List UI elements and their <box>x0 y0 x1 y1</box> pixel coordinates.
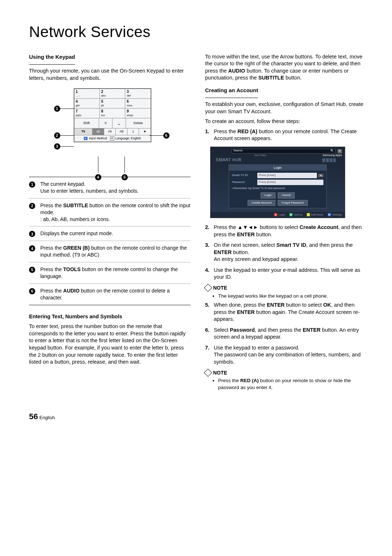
entering-text-paragraph: To enter text, press the number button o… <box>29 323 191 365</box>
step-num-7: 7. <box>205 344 214 366</box>
mode-ab-lower: ab <box>93 128 104 135</box>
mode-ab-upper: AB <box>116 128 127 135</box>
legend-num-6: 6 <box>29 288 35 294</box>
step-num-1: 1. <box>205 128 214 142</box>
id-label: Smart TV ID <box>232 173 257 177</box>
callout-2: 2 <box>54 132 60 139</box>
legend-text-6: Press the AUDIO button on the remote con… <box>40 287 191 301</box>
step-5: When done, press the ENTER button to sel… <box>214 302 367 323</box>
note-icon <box>204 284 212 292</box>
legend-num-1: 1 <box>29 181 35 188</box>
login-button: Login <box>261 192 276 199</box>
key-zero: 0 <box>99 118 113 128</box>
id-dropdown-icon: ▼ <box>318 174 323 177</box>
note-icon <box>204 369 212 377</box>
search-icon: 🔍 <box>330 149 334 153</box>
right-column: To move within the text, use the Arrow b… <box>205 53 367 393</box>
key-2: 2abc <box>100 89 125 98</box>
legend-text-4: Press the GREEN (B) button on the remote… <box>40 245 191 258</box>
key-9: 9wxyz <box>125 109 150 118</box>
step-1: Press the RED (A) button on your remote … <box>214 128 367 142</box>
close-icon: ✕ <box>338 149 342 154</box>
mode-symbol: ★ <box>139 128 150 135</box>
move-delete-paragraph: To move within the text, use the Arrow b… <box>205 53 367 82</box>
page-language: English <box>39 415 55 420</box>
intro-paragraph: Through your remote, you can use the On-… <box>29 68 191 82</box>
mode-t9: T9 <box>74 128 93 135</box>
key-delete: Delete <box>126 118 151 128</box>
b-key-icon: B <box>84 137 87 140</box>
step-num-3: 3. <box>205 242 214 263</box>
video-bar: Your Video <box>254 154 266 157</box>
pw-field: Press [Enter] <box>257 180 323 185</box>
id-field: Press [Enter] <box>257 173 317 178</box>
step-num-2: 2. <box>205 224 214 238</box>
samsung-apps-area: Samsung Apps <box>322 154 342 162</box>
callout-legend: 1 The current keypad. Use to enter lette… <box>29 177 191 305</box>
step-3: On the next screen, select Smart TV ID, … <box>214 242 367 263</box>
heading-using-keypad: Using the Keypad <box>29 53 75 61</box>
mode-numeric: 1 <box>127 128 139 135</box>
legend-text-2: Press the SUBTITLE button on the remote … <box>40 202 191 223</box>
key-3: 3def <box>125 89 150 98</box>
keypad-info-bar: B Input Method ⚙ Language: English <box>74 135 151 142</box>
onscreen-keypad: 1. , – 2abc 3def 4ghi 5jkl 6mno 7pqrs 8t… <box>74 88 151 142</box>
note-text-1: The keypad works like the keypad on a ce… <box>218 293 367 299</box>
step-num-4: 4. <box>205 267 214 281</box>
key-space: ␣ <box>113 118 126 128</box>
create-account-button: Create Account <box>248 200 275 206</box>
callout-4: 4 <box>95 174 101 180</box>
heading-creating-account: Creating an Account <box>205 87 258 95</box>
forgot-password-button: Forgot Password <box>278 200 307 206</box>
step-2: Press the ▲▼◄► buttons to select Create … <box>214 224 367 238</box>
legend-num-2: 2 <box>29 203 35 209</box>
key-6: 6mno <box>125 99 150 108</box>
search-bar: Search 🔍 <box>232 149 335 154</box>
heading-entering-text: Entering Text, Numbers and Symbols <box>29 313 191 320</box>
login-dialog-title: Login <box>229 165 326 171</box>
step-6: Select Password, and then press the ENTE… <box>214 327 367 341</box>
remember-checkbox-label: ▪ Remember my Smart TV ID and password <box>232 187 323 190</box>
step-7: Use the keypad to enter a password.The p… <box>214 344 367 366</box>
callout-1: 1 <box>54 106 60 112</box>
note-text-2: Press the RED (A) button on your remote … <box>218 377 367 391</box>
key-7: 7pqrs <box>74 109 100 118</box>
legend-num-5: 5 <box>29 267 35 273</box>
keypad-figure: 1 2 3 6 1. , – 2abc 3def 4ghi 5jkl 6mno … <box>56 88 164 168</box>
note-label-1: NOTE <box>205 285 367 291</box>
callout-5: 5 <box>122 174 128 180</box>
legend-text-3: Displays the current input mode. <box>40 230 113 237</box>
creating-account-follow: To create an account, follow these steps… <box>205 118 367 125</box>
legend-text-1a: The current keypad. <box>40 181 86 187</box>
creating-account-intro: To establish your own, exclusive, config… <box>205 101 367 115</box>
key-8: 8tuv <box>100 109 125 118</box>
legend-num-4: 4 <box>29 245 35 252</box>
mode-ab-mixed: Ab <box>104 128 116 135</box>
legend-text-5: Press the TOOLS button on the remote con… <box>40 266 191 280</box>
legend-num-3: 3 <box>29 231 35 237</box>
chapter-title: Network Services <box>29 22 367 42</box>
pw-label: Password <box>232 180 257 184</box>
key-1: 1. , – <box>74 89 100 98</box>
callout-6: 6 <box>163 132 170 139</box>
key-shift: Shift <box>74 118 99 128</box>
step-num-6: 6. <box>205 327 214 341</box>
left-column: Using the Keypad Through your remote, yo… <box>29 53 191 393</box>
screen-bottom-legend: ALogin BSort by CEdit Mode DSettings <box>211 212 345 218</box>
tools-icon: ⚙ <box>110 136 114 140</box>
step-4: Use the keypad to enter your e-mail addr… <box>214 267 367 281</box>
cancel-button: Cancel <box>278 192 295 199</box>
login-dialog: Login Smart TV ID Press [Enter] ▼ Passwo… <box>229 164 327 208</box>
page-number: 56English <box>29 411 367 422</box>
note-label-2: NOTE <box>205 369 367 376</box>
key-5: 5jkl <box>100 99 125 108</box>
smarthub-logo: SⓂART HUB <box>216 157 241 163</box>
legend-text-1b: Use to enter letters, numbers, and symbo… <box>40 188 139 194</box>
callout-3: 3 <box>54 143 60 150</box>
key-4: 4ghi <box>74 99 100 108</box>
step-num-5: 5. <box>205 302 214 323</box>
smart-hub-screenshot: Search 🔍 ✕ SⓂART HUB Your Video Samsung … <box>210 147 345 218</box>
